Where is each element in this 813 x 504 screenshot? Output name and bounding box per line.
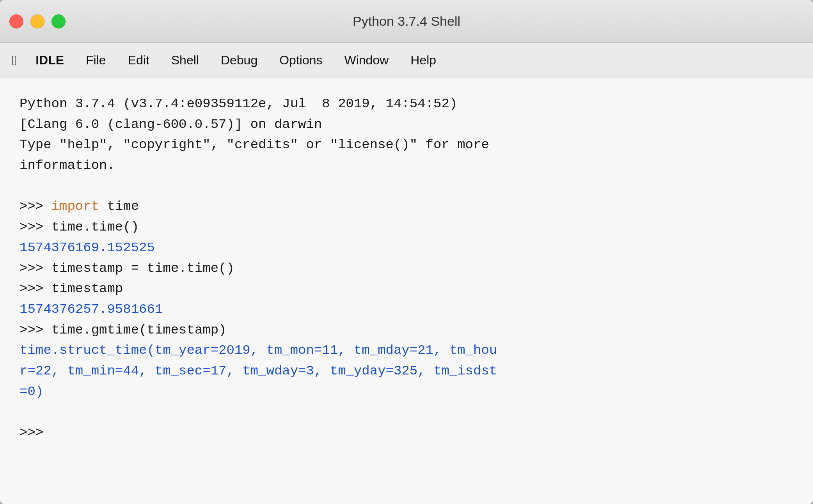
prompt-code-1: import time [51,196,139,217]
prompt-code-5: time.gmtime(timestamp) [51,320,227,341]
prompt-symbol-1: >>> [20,196,51,217]
menu-window[interactable]: Window [333,49,399,71]
menu-help[interactable]: Help [399,49,447,71]
menu-apple[interactable]:  [8,48,25,73]
header-line-3: Type "help", "copyright", "credits" or "… [20,135,793,155]
menu-idle[interactable]: IDLE [25,49,75,71]
prompt-3: >>> timestamp = time.time() [20,258,793,279]
maximize-button[interactable] [51,14,66,28]
prompt-symbol-5: >>> [20,320,51,341]
prompt-code-3: timestamp = time.time() [51,258,234,279]
prompt-4: >>> timestamp [20,279,793,299]
prompt-symbol-2: >>> [20,217,51,238]
header-line-2: [Clang 6.0 (clang-600.0.57)] on darwin [20,114,793,135]
prompt-code-4: timestamp [51,279,123,299]
result-2: 1574376257.9581661 [20,299,793,320]
close-button[interactable] [9,14,23,28]
prompt-1: >>> import time [20,196,793,217]
title-bar: Python 3.7.4 Shell [0,0,813,43]
traffic-lights [9,14,66,28]
minimize-button[interactable] [30,14,44,28]
menu-debug[interactable]: Debug [210,49,268,71]
result-1: 1574376169.152525 [20,238,793,258]
prompt-symbol-3: >>> [20,258,51,279]
menu-options[interactable]: Options [268,49,333,71]
prompt-empty: >>> [20,422,793,443]
menu-edit[interactable]: Edit [117,49,160,71]
window-title: Python 3.7.4 Shell [353,14,460,29]
prompt-5: >>> time.gmtime(timestamp) [20,320,793,341]
result-3: time.struct_time(tm_year=2019, tm_mon=11… [20,340,793,402]
menu-file[interactable]: File [75,49,117,71]
prompt-2: >>> time.time() [20,217,793,238]
header-line-1: Python 3.7.4 (v3.7.4:e09359112e, Jul 8 2… [20,94,793,114]
prompt-symbol-4: >>> [20,279,51,299]
header-line-4: information. [20,155,793,176]
prompt-symbol-empty: >>> [20,422,51,443]
menu-shell[interactable]: Shell [160,49,210,71]
menu-bar:  IDLE File Edit Shell Debug Options Win… [0,43,813,78]
shell-output[interactable]: Python 3.7.4 (v3.7.4:e09359112e, Jul 8 2… [0,78,813,504]
prompt-code-2: time.time() [51,217,139,238]
window: Python 3.7.4 Shell  IDLE File Edit Shel… [0,0,813,504]
keyword-import: import [51,199,99,214]
